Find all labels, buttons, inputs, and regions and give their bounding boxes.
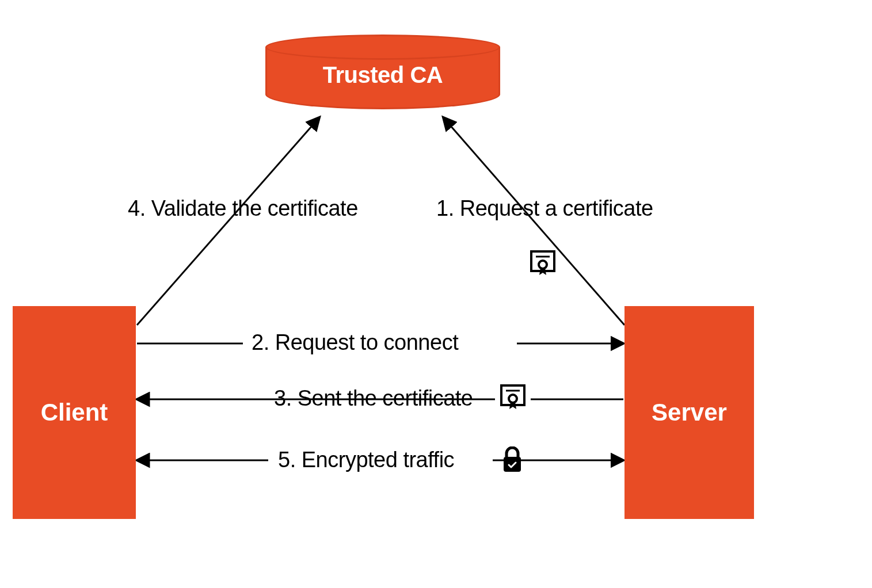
- step-4-label: 4. Validate the certificate: [128, 196, 358, 221]
- certificate-icon: [528, 249, 557, 277]
- svg-point-12: [539, 261, 547, 269]
- client-label: Client: [41, 399, 108, 426]
- certificate-icon: [498, 383, 527, 411]
- server-label: Server: [652, 399, 727, 426]
- svg-line-1: [443, 117, 625, 325]
- client-node: Client: [13, 306, 136, 519]
- step-5-label: 5. Encrypted traffic: [278, 448, 454, 472]
- trusted-ca-node: Trusted CA: [265, 35, 500, 109]
- step-1-label: 1. Request a certificate: [436, 196, 653, 221]
- trusted-ca-label: Trusted CA: [323, 62, 443, 88]
- step-3-label: 3. Sent the certificate: [274, 386, 473, 411]
- step-2-label: 2. Request to connect: [252, 330, 458, 355]
- svg-rect-16: [504, 457, 521, 472]
- server-node: Server: [625, 306, 754, 519]
- svg-point-15: [509, 395, 517, 403]
- lock-icon: [501, 446, 524, 474]
- svg-line-0: [137, 117, 319, 325]
